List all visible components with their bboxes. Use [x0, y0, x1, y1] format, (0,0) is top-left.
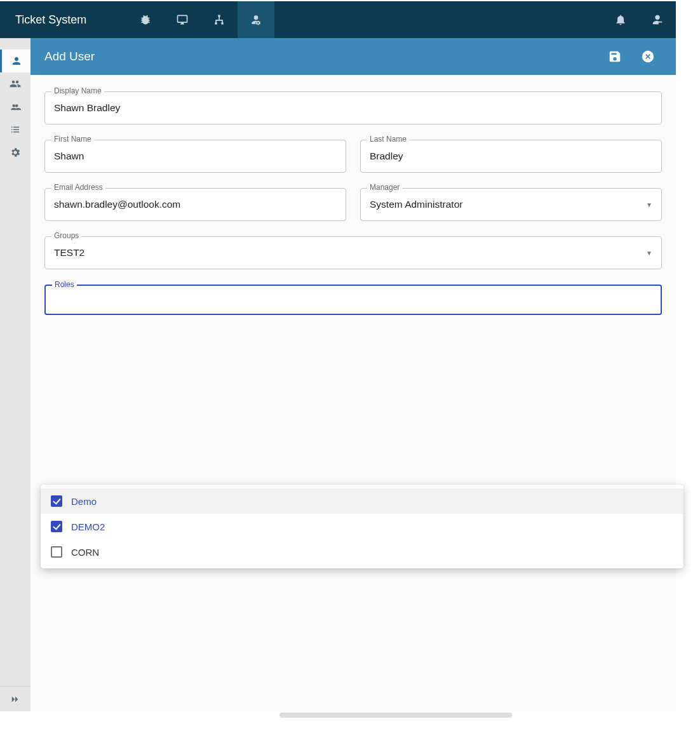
sidebar-item-settings[interactable]: [0, 141, 30, 164]
sidebar-item-group[interactable]: [0, 72, 30, 95]
save-icon: [608, 50, 622, 64]
desktop-icon: [176, 13, 189, 26]
manager-value: System Administrator: [370, 199, 641, 210]
gear-icon: [10, 147, 21, 158]
page-header: Add User: [30, 38, 676, 75]
bug-icon: [139, 13, 152, 26]
groups-label: Groups: [51, 231, 81, 240]
close-button[interactable]: [634, 43, 662, 70]
sidebar-item-user[interactable]: [0, 50, 30, 72]
account-icon: [650, 13, 664, 27]
topbar: Ticket System: [0, 1, 676, 38]
last-name-label: Last Name: [367, 135, 409, 144]
page-title: Add User: [44, 50, 596, 64]
sitemap-icon: [213, 13, 225, 26]
horizontal-scrollbar[interactable]: [279, 713, 512, 718]
manager-field[interactable]: Manager System Administrator ▼: [360, 188, 662, 221]
last-name-field[interactable]: Last Name: [360, 140, 662, 173]
save-button[interactable]: [601, 43, 629, 70]
checkbox-icon: [51, 495, 62, 507]
email-label: Email Address: [51, 183, 105, 192]
chevron-down-icon: ▼: [646, 201, 652, 208]
chevron-double-right-icon: [10, 694, 21, 705]
display-name-field[interactable]: Display Name: [44, 91, 662, 124]
email-input[interactable]: [54, 199, 337, 210]
roles-option[interactable]: DEMO2: [41, 514, 683, 539]
topnav-sitemap[interactable]: [201, 1, 238, 38]
list-icon: [10, 124, 21, 135]
display-name-label: Display Name: [51, 86, 104, 95]
display-name-input[interactable]: [54, 102, 652, 114]
roles-option-label: Demo: [71, 496, 97, 507]
app-title: Ticket System: [0, 13, 127, 27]
topnav: [127, 1, 274, 38]
topnav-user-admin[interactable]: [238, 1, 274, 38]
checkbox-icon: [51, 521, 62, 532]
email-field[interactable]: Email Address: [44, 188, 346, 221]
group-icon: [10, 78, 21, 90]
roles-label: Roles: [52, 280, 77, 289]
roles-option[interactable]: CORN: [41, 539, 683, 565]
topbar-right: [602, 1, 676, 38]
bell-icon: [614, 13, 627, 26]
sidebar-item-list[interactable]: [0, 118, 30, 141]
close-circle-icon: [641, 50, 655, 64]
sidebar-expand[interactable]: [0, 686, 30, 711]
sidebar-item-roles[interactable]: [0, 95, 30, 118]
roles-option-label: DEMO2: [71, 521, 105, 532]
roles-dropdown: DemoDEMO2CORN: [41, 485, 683, 568]
manager-label: Manager: [367, 183, 402, 192]
sidebar: [0, 38, 30, 711]
groups-value: TEST2: [54, 247, 641, 258]
first-name-field[interactable]: First Name: [44, 140, 346, 173]
checkbox-icon: [51, 546, 62, 558]
topnav-desktop[interactable]: [164, 1, 201, 38]
roles-icon: [10, 101, 21, 112]
groups-field[interactable]: Groups TEST2 ▼: [44, 236, 662, 269]
main: Add User Display Name: [30, 38, 676, 711]
roles-option[interactable]: Demo: [41, 488, 683, 514]
first-name-label: First Name: [51, 135, 94, 144]
chevron-down-icon: ▼: [646, 250, 652, 257]
user-icon: [11, 55, 22, 67]
last-name-input[interactable]: [370, 151, 652, 162]
first-name-input[interactable]: [54, 151, 337, 162]
topnav-bug[interactable]: [127, 1, 164, 38]
notifications-button[interactable]: [602, 1, 639, 38]
roles-option-label: CORN: [71, 547, 99, 558]
roles-field[interactable]: Roles: [44, 285, 662, 315]
form-area: Display Name First Name Last Name: [30, 75, 676, 332]
account-button[interactable]: [639, 1, 676, 38]
user-admin-icon: [250, 13, 262, 26]
